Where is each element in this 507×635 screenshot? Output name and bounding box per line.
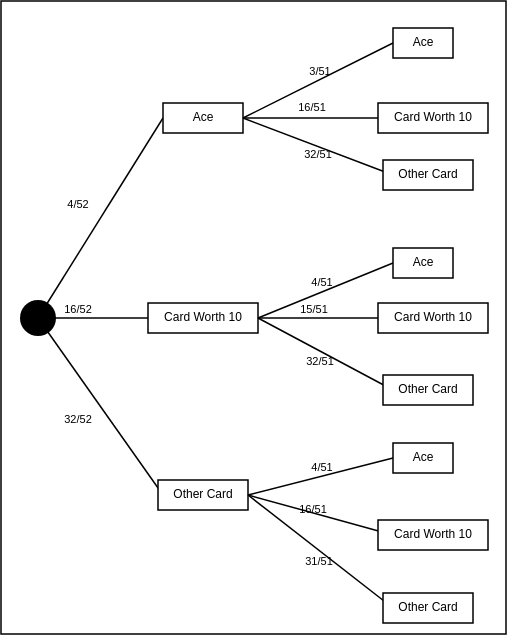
label-other1: Other Card: [173, 487, 232, 501]
label-cw10-other: Other Card: [398, 382, 457, 396]
label-ace1-ace: Ace: [413, 35, 434, 49]
prob-other-ace: 4/51: [311, 461, 332, 473]
label-cw10-cw10: Card Worth 10: [394, 310, 472, 324]
prob-other-cw10: 16/51: [299, 503, 327, 515]
edge-other-cw10: [248, 495, 393, 535]
label-other-other: Other Card: [398, 600, 457, 614]
label-cw10-1: Card Worth 10: [164, 310, 242, 324]
root-node: [20, 300, 56, 336]
label-other-ace: Ace: [413, 450, 434, 464]
edge-ace-other: [243, 118, 393, 175]
prob-root-ace: 4/52: [67, 198, 88, 210]
prob-ace-other: 32/51: [304, 148, 332, 160]
prob-ace-cw10: 16/51: [298, 101, 326, 113]
prob-other-other: 31/51: [305, 555, 333, 567]
label-cw10-ace: Ace: [413, 255, 434, 269]
label-ace1-cw10: Card Worth 10: [394, 110, 472, 124]
prob-cw10-cw10: 15/51: [300, 303, 328, 315]
prob-cw10-other: 32/51: [306, 355, 334, 367]
prob-cw10-ace: 4/51: [311, 276, 332, 288]
label-ace1: Ace: [193, 110, 214, 124]
label-other-cw10: Card Worth 10: [394, 527, 472, 541]
prob-root-other: 32/52: [64, 413, 92, 425]
label-ace1-other: Other Card: [398, 167, 457, 181]
prob-root-cw10: 16/52: [64, 303, 92, 315]
edge-root-other: [38, 318, 163, 495]
edge-root-ace: [38, 118, 163, 318]
probability-tree: 4/52 16/52 32/52 Ace Card Worth 10 Other…: [0, 0, 507, 635]
prob-ace-ace: 3/51: [309, 65, 330, 77]
